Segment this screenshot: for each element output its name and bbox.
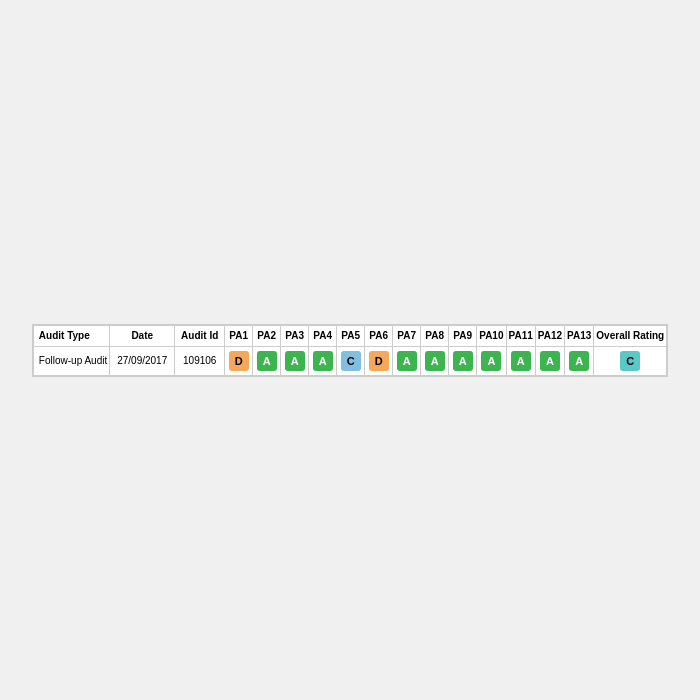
col-header-audit-id: Audit Id	[175, 325, 225, 346]
badge-pa6: D	[369, 351, 389, 371]
cell-pa1: D	[225, 346, 253, 375]
col-header-pa6: PA6	[365, 325, 393, 346]
cell-audit-id: 109106	[175, 346, 225, 375]
col-header-pa7: PA7	[393, 325, 421, 346]
badge-pa9: A	[453, 351, 473, 371]
cell-pa11: A	[506, 346, 535, 375]
col-header-pa10: PA10	[477, 325, 506, 346]
table-row: Follow-up Audit27/09/2017109106DAAACDAAA…	[33, 346, 666, 375]
col-header-pa9: PA9	[449, 325, 477, 346]
cell-pa9: A	[449, 346, 477, 375]
cell-pa10: A	[477, 346, 506, 375]
audit-table-wrapper: Audit Type Date Audit Id PA1 PA2 PA3 PA4…	[32, 324, 668, 377]
cell-pa8: A	[421, 346, 449, 375]
badge-overall-rating: C	[620, 351, 640, 371]
col-header-pa4: PA4	[309, 325, 337, 346]
cell-overall-rating: C	[594, 346, 667, 375]
cell-pa2: A	[253, 346, 281, 375]
badge-pa8: A	[425, 351, 445, 371]
col-header-audit-type: Audit Type	[33, 325, 109, 346]
col-header-pa13: PA13	[565, 325, 594, 346]
badge-pa12: A	[540, 351, 560, 371]
col-header-pa2: PA2	[253, 325, 281, 346]
col-header-pa3: PA3	[281, 325, 309, 346]
cell-pa6: D	[365, 346, 393, 375]
badge-pa2: A	[257, 351, 277, 371]
cell-pa7: A	[393, 346, 421, 375]
cell-pa13: A	[565, 346, 594, 375]
col-header-pa11: PA11	[506, 325, 535, 346]
badge-pa7: A	[397, 351, 417, 371]
badge-pa3: A	[285, 351, 305, 371]
col-header-pa12: PA12	[535, 325, 564, 346]
cell-pa5: C	[337, 346, 365, 375]
col-header-date: Date	[110, 325, 175, 346]
col-header-pa5: PA5	[337, 325, 365, 346]
cell-pa4: A	[309, 346, 337, 375]
cell-audit-type: Follow-up Audit	[33, 346, 109, 375]
col-header-pa1: PA1	[225, 325, 253, 346]
badge-pa13: A	[569, 351, 589, 371]
audit-table: Audit Type Date Audit Id PA1 PA2 PA3 PA4…	[33, 325, 667, 376]
cell-date: 27/09/2017	[110, 346, 175, 375]
cell-pa12: A	[535, 346, 564, 375]
col-header-pa8: PA8	[421, 325, 449, 346]
col-header-overall-rating: Overall Rating	[594, 325, 667, 346]
badge-pa4: A	[313, 351, 333, 371]
cell-pa3: A	[281, 346, 309, 375]
badge-pa11: A	[511, 351, 531, 371]
badge-pa1: D	[229, 351, 249, 371]
badge-pa5: C	[341, 351, 361, 371]
badge-pa10: A	[481, 351, 501, 371]
